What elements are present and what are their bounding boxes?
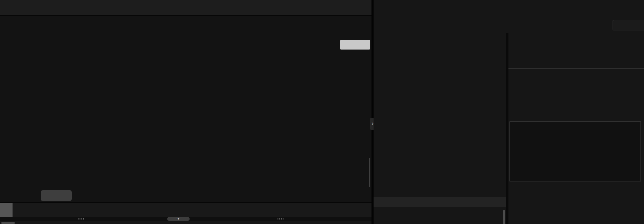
stats-panel <box>374 33 506 224</box>
index-price <box>26 17 29 25</box>
volume-chart[interactable] <box>17 133 341 156</box>
divider <box>508 199 644 199</box>
clipped-row <box>0 221 371 224</box>
time-cursor-chip <box>41 190 72 201</box>
period-toolbar <box>0 0 371 16</box>
add-watchlist-button[interactable] <box>613 20 644 30</box>
index-list-item[interactable] <box>376 209 504 220</box>
panel-divider <box>506 33 508 224</box>
splitter-grip[interactable] <box>77 218 84 221</box>
important-index-header <box>374 197 506 207</box>
flow-table-header <box>510 71 643 80</box>
scrollbar-thumb[interactable]: ▼ <box>167 217 190 221</box>
intraday-chart[interactable] <box>17 30 341 128</box>
side-scrollbar[interactable] <box>369 158 370 187</box>
stock-terminal: ▼ › <box>0 0 644 224</box>
splitter-grip[interactable] <box>277 218 284 221</box>
bell-icon[interactable] <box>599 20 608 29</box>
button-separator <box>619 22 619 29</box>
net-flow-bar-chart <box>509 121 641 181</box>
scrollbar-thumb[interactable] <box>503 210 505 224</box>
indicator-tabbar <box>0 202 371 217</box>
chart-header <box>21 17 40 25</box>
divider <box>508 68 644 69</box>
clipped-chip <box>1 222 15 224</box>
chart-scrollstrip: ▼ <box>0 217 371 221</box>
price-tooltip <box>340 40 370 50</box>
money-flow-panel <box>508 33 644 224</box>
trix-chart[interactable] <box>17 169 341 188</box>
chart-panel: ▼ <box>0 0 371 224</box>
indicator-chip[interactable] <box>0 203 13 217</box>
quote-header <box>374 0 644 33</box>
